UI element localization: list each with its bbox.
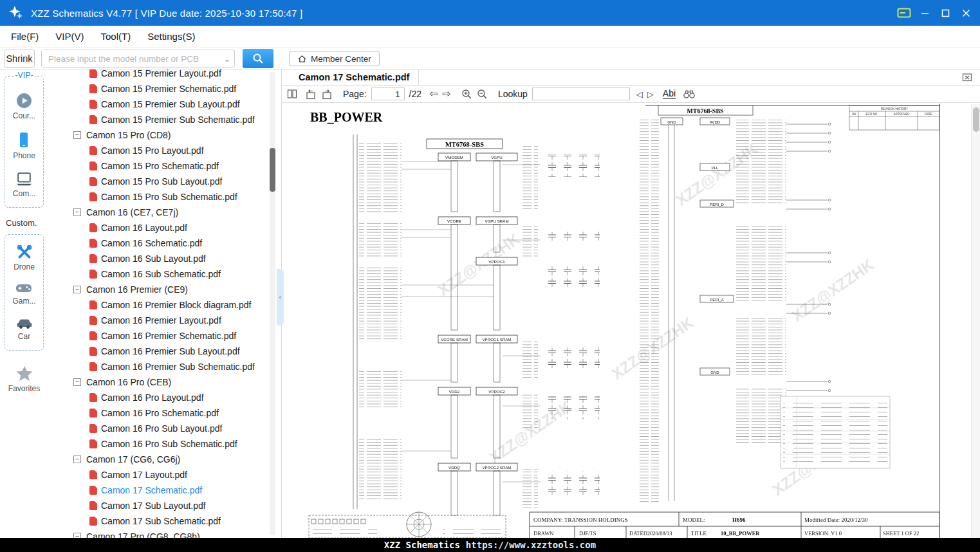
member-center-button[interactable]: Member Center (289, 51, 380, 66)
zoom-out-icon[interactable] (477, 89, 488, 100)
previous-page-icon[interactable]: ⇦ (429, 89, 438, 99)
tree-item[interactable]: − Camon 16 Layout.pdf (48, 220, 281, 235)
tree-item[interactable]: − Camon 16 Schematic.pdf (48, 235, 281, 251)
collapse-icon[interactable]: − (73, 208, 81, 216)
tree-item[interactable]: − Camon 15 Premier Sub Schematic.pdf (48, 112, 281, 127)
sidebar-item-computer[interactable]: Com... (13, 171, 35, 198)
tree-item[interactable]: − Camon 16 Pro Schematic.pdf (48, 405, 281, 421)
zoom-in-icon[interactable] (461, 89, 472, 100)
svg-text:VMODEM: VMODEM (445, 155, 463, 160)
tree-item[interactable]: − Camon 15 Premier Sub Layout.pdf (48, 97, 281, 112)
left-chip-label: MT6768-SBS (445, 141, 484, 148)
rotate-left-icon[interactable] (305, 89, 317, 100)
sidebar-item-game[interactable]: Gam... (12, 282, 35, 306)
tree-item[interactable]: − Camon 16 Pro (CEB) (48, 374, 281, 390)
tree-item[interactable]: − Camon 17 (CG6, CG6j) (48, 452, 281, 467)
close-tab-icon[interactable] (962, 72, 972, 85)
tree-item[interactable]: − Camon 16 Pro Sub Layout.pdf (48, 421, 281, 436)
pdf-icon (89, 470, 97, 479)
page-number-input[interactable] (371, 87, 405, 100)
tab-camon-17-schematic[interactable]: Camon 17 Schematic.pdf (282, 69, 419, 85)
pdf-scrollbar[interactable] (971, 104, 980, 538)
tree-item[interactable]: − Camon 16 Pro Sub Schematic.pdf (48, 436, 281, 452)
svg-text:ON: ON (852, 113, 856, 116)
sidebar-item-car[interactable]: Car (15, 316, 33, 341)
pdf-icon (89, 115, 97, 124)
rotate-right-icon[interactable] (321, 89, 333, 100)
svg-text:MODEL:: MODEL: (683, 517, 705, 523)
tree-item[interactable]: − Camon 17 Pro (CG8, CG8h) (48, 529, 281, 538)
svg-text:VPROC1: VPROC1 (488, 259, 505, 264)
next-page-icon[interactable]: ⇨ (442, 89, 450, 99)
tree-item[interactable]: − Camon 15 Pro Sub Schematic.pdf (48, 189, 281, 205)
tree-item[interactable]: − Camon 15 Pro Sub Layout.pdf (48, 174, 281, 189)
find-next-icon[interactable]: ▷ (647, 90, 654, 98)
sidebar-item-drone[interactable]: Drone (14, 244, 35, 271)
tree-item[interactable]: − Camon 16 Premier (CE9) (48, 282, 281, 297)
menu-item[interactable]: Settings(S) (139, 26, 203, 47)
pdf-icon (89, 347, 97, 356)
model-tree-panel: − Camon 15 Premier Layout.pdf − Camon 15… (48, 69, 281, 538)
vip-card-icon[interactable] (894, 0, 914, 26)
pdf-icon (89, 331, 97, 340)
collapse-icon[interactable]: − (73, 286, 81, 293)
pdf-icon (89, 177, 97, 186)
tree-scrollbar[interactable] (270, 72, 275, 535)
two-page-view-icon[interactable] (287, 89, 297, 99)
search-button[interactable] (243, 49, 273, 68)
custom-section: Drone Gam... Car (5, 234, 44, 351)
find-previous-icon[interactable]: ◁ (636, 90, 643, 98)
search-input[interactable] (42, 50, 220, 67)
tree-item[interactable]: − Camon 17 Layout.pdf (48, 467, 281, 483)
panel-collapse-handle[interactable]: ‹ (277, 269, 284, 326)
collapse-icon[interactable]: − (73, 378, 81, 386)
toolbar: Shrink ⌄ Member Center (0, 48, 980, 69)
minimize-button[interactable] (914, 0, 935, 26)
sidebar-item-phone[interactable]: Phone (13, 131, 35, 160)
tree-item[interactable]: − Camon 17 Sub Layout.pdf (48, 498, 281, 513)
tree-item[interactable]: − Camon 17 Sub Schematic.pdf (48, 513, 281, 529)
sidebar-item-favorites[interactable]: Favorites (0, 365, 48, 393)
svg-text:10_BB_POWER: 10_BB_POWER (721, 530, 760, 537)
pdf-canvas[interactable]: XZZ@XZZHK XZZ@XZZHK XZZ@XZZHK XZZ@XZZHK … (282, 104, 971, 538)
close-button[interactable] (956, 0, 976, 26)
sidebar-item-course[interactable]: Cour... (13, 92, 35, 120)
tree-item[interactable]: − Camon 15 Pro Schematic.pdf (48, 158, 281, 174)
tree-item[interactable]: − Camon 15 Pro Layout.pdf (48, 143, 281, 158)
lookup-label: Lookup (498, 89, 528, 99)
collapse-icon[interactable]: − (73, 533, 81, 538)
tree-item[interactable]: − Camon 16 (CE7, CE7j) (48, 205, 281, 220)
collapse-icon[interactable]: − (73, 455, 81, 463)
tree-item[interactable]: − Camon 16 Sub Layout.pdf (48, 251, 281, 266)
tree-item[interactable]: − Camon 16 Premier Layout.pdf (48, 313, 281, 328)
tree-item[interactable]: − Camon 17 Schematic.pdf (48, 483, 281, 498)
pdf-icon (89, 270, 97, 279)
pdf-icon (89, 439, 97, 448)
tree-item[interactable]: − Camon 15 Pro (CD8) (48, 127, 281, 143)
tree-item[interactable]: − Camon 16 Premier Sub Layout.pdf (48, 344, 281, 359)
notes-table (781, 396, 890, 468)
menu-item[interactable]: Tool(T) (93, 26, 140, 47)
tree-item[interactable]: − Camon 16 Sub Schematic.pdf (48, 266, 281, 282)
tree-item[interactable]: − Camon 16 Pro Layout.pdf (48, 390, 281, 405)
menu-item[interactable]: VIP(V) (47, 26, 92, 47)
svg-text:TITLE:: TITLE: (691, 530, 708, 537)
status-brand: XZZ Schematics (384, 540, 460, 550)
tree-item[interactable]: − Camon 15 Premier Schematic.pdf (48, 81, 281, 97)
tree-item[interactable]: − Camon 16 Premier Sub Schematic.pdf (48, 359, 281, 374)
tree-item[interactable]: − Camon 15 Premier Layout.pdf (48, 69, 281, 81)
lookup-input[interactable] (532, 87, 630, 100)
text-select-icon[interactable]: Abi (663, 89, 676, 99)
tree-scrollbar-thumb[interactable] (270, 148, 275, 192)
play-circle-icon (15, 92, 33, 109)
binoculars-icon[interactable] (683, 89, 696, 99)
tree-item[interactable]: − Camon 16 Premier Block diagram.pdf (48, 297, 281, 313)
svg-text:VDD2: VDD2 (449, 389, 460, 394)
shrink-button[interactable]: Shrink (4, 50, 35, 68)
pdf-scrollbar-thumb[interactable] (973, 107, 979, 132)
maximize-button[interactable] (935, 0, 956, 26)
tree-item[interactable]: − Camon 16 Premier Schematic.pdf (48, 328, 281, 344)
collapse-icon[interactable]: − (73, 131, 81, 139)
menu-item[interactable]: File(F) (3, 26, 47, 47)
chevron-down-icon[interactable]: ⌄ (220, 54, 234, 64)
